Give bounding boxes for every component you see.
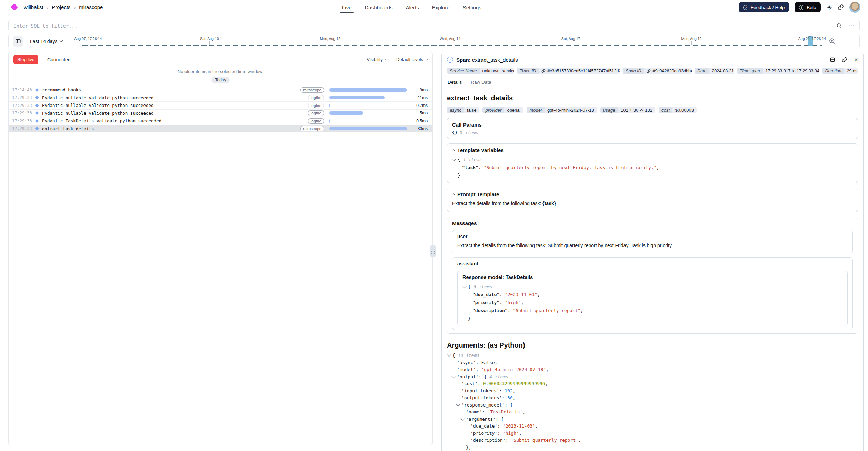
messages-card: Messages user Extract the details from t… <box>447 217 858 334</box>
duration-label: 11ms <box>410 95 428 100</box>
breadcrumb-item[interactable]: Projects <box>52 4 70 10</box>
nav-tab-settings[interactable]: Settings <box>463 0 481 14</box>
log-row[interactable]: 17:29:33Pydantic nullable validate_pytho… <box>9 94 432 102</box>
code-line: 'priority': 'high', <box>447 430 858 437</box>
timeline-axis[interactable]: Aug 07, 17:26:14Sat, Aug 10Mon, Aug 12We… <box>79 34 824 48</box>
code-token: : <box>499 292 505 297</box>
code-token: "2023-11-03" <box>505 292 537 297</box>
time-range-dropdown[interactable]: Last 14 days <box>30 39 62 44</box>
template-variables-heading[interactable]: Template Variables <box>452 147 853 153</box>
collapse-chevron-icon[interactable] <box>460 417 464 420</box>
span-diamond-icon <box>35 103 39 107</box>
log-row[interactable]: 17:29:33extract_task_detailsmirascope30m… <box>9 125 432 133</box>
timeline-tick-label: Mon, Aug 19 <box>681 37 701 41</box>
beta-button[interactable]: i Beta <box>795 2 821 12</box>
code-line: }, <box>447 444 858 451</box>
code-token: 'response_model' <box>461 402 505 408</box>
code-line: 'model': 'gpt-4o-mini-2024-07-18', <box>447 366 858 373</box>
code-line: "due_date": "2023-11-03", <box>462 291 842 299</box>
log-timestamp: 17:29:33 <box>12 126 34 131</box>
log-message: Pydantic nullable validate_python succee… <box>42 111 154 116</box>
code-line: 'response_model': { <box>447 402 858 409</box>
meta-badge: Time span17:29:33.917 to 17:29:33.946 <box>737 68 819 74</box>
span-tabs: DetailsRaw Data <box>447 80 858 88</box>
log-row[interactable]: 17:29:33Pydantic nullable validate_pytho… <box>9 109 432 117</box>
collapse-chevron-icon[interactable] <box>462 284 466 288</box>
beta-label: Beta <box>807 5 816 10</box>
collapse-chevron-icon[interactable] <box>456 402 460 406</box>
code-token: 'model' <box>457 367 476 372</box>
default-levels-dropdown[interactable]: Default levels <box>396 57 428 62</box>
duration-label: 30ms <box>410 126 428 131</box>
duration-label: 0.5ms <box>410 119 428 123</box>
nav-tab-dashboards[interactable]: Dashboards <box>365 0 393 14</box>
log-message: Pydantic nullable validate_python succee… <box>42 95 154 100</box>
panel-resize-handle[interactable] <box>430 245 436 257</box>
code-token: , <box>519 431 522 436</box>
timeline-tick-label: Aug 07, 17:26:14 <box>74 37 102 41</box>
scope-tag-badge: logfire <box>308 95 324 100</box>
badge-label: Trace ID <box>517 68 539 74</box>
code-token: 'output_tokens' <box>461 395 502 400</box>
collapse-chevron-icon[interactable] <box>451 374 455 378</box>
prompt-template-title: Prompt Template <box>457 191 499 197</box>
nav-tab-live[interactable]: Live <box>342 0 352 14</box>
attr-badge: cost$0.00003 <box>659 107 697 113</box>
search-icon[interactable] <box>836 23 842 29</box>
badge-value: gpt-4o-mini-2024-07-18 <box>545 107 597 113</box>
code-token: , <box>578 438 581 443</box>
default-levels-label: Default levels <box>396 57 423 62</box>
code-line: 'description': 'Submit quarterly report'… <box>447 437 858 444</box>
attr-badge: asyncfalse <box>447 107 479 113</box>
breadcrumb-item[interactable]: willbakst <box>24 4 43 10</box>
zoom-in-icon[interactable] <box>829 38 836 45</box>
nav-tab-alerts[interactable]: Alerts <box>406 0 419 14</box>
code-token: "due_date" <box>472 292 499 297</box>
code-token: 'Submit quarterly report' <box>511 438 578 443</box>
collapse-chevron-icon[interactable] <box>447 353 451 357</box>
breadcrumb-separator: › <box>47 4 49 10</box>
sidebar-toggle-icon[interactable] <box>13 36 23 47</box>
code-line: 'name': 'TaskDetails', <box>447 409 858 416</box>
code-line: } <box>452 171 853 179</box>
code-token: : { <box>496 417 503 422</box>
prompt-template-heading[interactable]: Prompt Template <box>452 191 853 197</box>
share-link-icon[interactable] <box>838 4 844 10</box>
split-view-icon[interactable] <box>830 57 835 62</box>
close-icon[interactable]: ✕ <box>854 57 858 62</box>
user-message-card: user Extract the details from the follow… <box>452 230 853 253</box>
log-row[interactable]: 17:14:43recommend_booksmirascope9ms <box>9 86 432 94</box>
tab-raw-data[interactable]: Raw Data <box>471 80 491 88</box>
span-meta-badges: Service Nameunknown_serviceTrace ID#c3b5… <box>447 68 858 74</box>
feedback-help-button[interactable]: ? Feedback / Help <box>739 2 789 12</box>
span-diamond-icon <box>35 88 39 92</box>
breadcrumb-item[interactable]: mirascope <box>79 4 103 10</box>
assistant-message-card: assistant Response model: TaskDetails { … <box>452 257 853 330</box>
link-icon[interactable] <box>541 69 546 73</box>
sql-filter-input[interactable] <box>13 23 830 29</box>
empty-object: {} <box>452 130 458 135</box>
code-token: : <box>506 438 511 443</box>
connection-status: Connected <box>47 57 71 62</box>
log-row[interactable]: 17:29:33Pydantic nullable validate_pytho… <box>9 101 432 109</box>
span-detail-panel: i Span: extract_task_details ✕ Service N… <box>441 52 864 451</box>
tab-details[interactable]: Details <box>448 80 462 88</box>
prompt-template-text: Extract the details from the following t… <box>452 201 853 206</box>
logfire-logo-icon[interactable] <box>11 3 18 11</box>
feedback-help-label: Feedback / Help <box>751 5 785 10</box>
more-options-icon[interactable]: ⋯ <box>848 22 855 29</box>
link-icon[interactable] <box>647 69 651 73</box>
messages-heading: Messages <box>452 220 853 226</box>
duration-bar <box>329 96 407 99</box>
theme-toggle-icon[interactable]: ☀ <box>826 4 832 11</box>
top-bar-actions: ? Feedback / Help i Beta ☀ <box>739 0 860 14</box>
nav-tab-explore[interactable]: Explore <box>432 0 450 14</box>
copy-link-icon[interactable] <box>842 57 847 62</box>
user-avatar[interactable] <box>849 2 860 13</box>
empty-window-notice: No older items in the selected time wind… <box>9 69 432 74</box>
stop-live-button[interactable]: Stop live <box>13 55 38 64</box>
visibility-dropdown[interactable]: Visibility <box>367 57 387 62</box>
duration-bar <box>329 119 407 123</box>
log-row[interactable]: 17:29:33Pydantic TaskDetails validate_py… <box>9 117 432 125</box>
collapse-chevron-icon[interactable] <box>452 157 456 161</box>
